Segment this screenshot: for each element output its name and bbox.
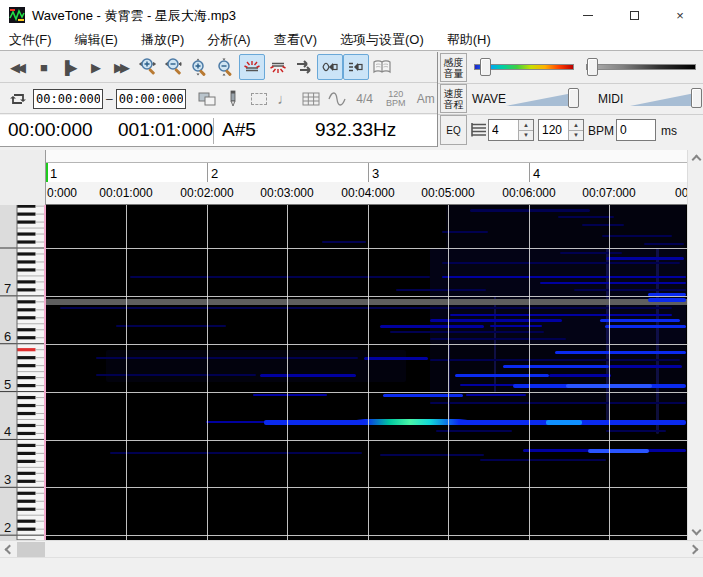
select-region-button[interactable] — [246, 86, 272, 112]
stop-button[interactable]: ■ — [31, 54, 57, 80]
bpm-down-icon[interactable]: ▼ — [569, 131, 583, 141]
midi-volume-thumb[interactable] — [691, 88, 702, 108]
tab-speed-pitch[interactable]: 速度 音程 — [440, 84, 467, 113]
attack-marks-alt-button[interactable] — [265, 54, 291, 80]
meter-label: 4/4 — [356, 92, 373, 106]
horizontal-scrollbar[interactable] — [0, 540, 703, 557]
scroll-left-button[interactable] — [0, 541, 16, 558]
split-view-button[interactable] — [194, 86, 220, 112]
step-play-button[interactable]: ▐▶ — [57, 54, 83, 80]
wave-icon — [328, 92, 346, 106]
menu-view[interactable]: 查看(V) — [274, 31, 317, 49]
beats-spinner[interactable]: ▲▼ — [488, 119, 534, 141]
grid-icon — [302, 92, 320, 106]
pen-icon — [228, 90, 238, 108]
menu-help[interactable]: 帮助(H) — [447, 31, 491, 49]
rewind-button[interactable]: ◀◀ — [5, 54, 31, 80]
maximize-button[interactable] — [611, 0, 657, 30]
help-book-button[interactable] — [369, 54, 395, 80]
beatgrid-icon — [470, 122, 488, 138]
key-label: Am — [417, 92, 435, 106]
spectrogram-energy — [574, 289, 686, 291]
chevron-left-icon — [5, 545, 15, 555]
forward-button[interactable]: ▶▶ — [109, 54, 135, 80]
menu-edit[interactable]: 编辑(E) — [75, 31, 118, 49]
volume-slider-thumb[interactable] — [587, 58, 598, 76]
horizontal-scroll-thumb[interactable] — [17, 542, 45, 557]
attack-down-icon — [269, 59, 287, 75]
tab-label: 音量 — [441, 68, 466, 79]
timeline-ruler[interactable]: 1234 0:00000:01:00000:02:00000:03:00000:… — [0, 150, 687, 205]
time-row[interactable]: 0:00000:01:00000:02:00000:03:00000:04:00… — [46, 182, 687, 204]
zoom-in-horizontal-button[interactable] — [135, 54, 161, 80]
spectrogram-energy — [264, 420, 686, 425]
ruler-corner — [0, 150, 46, 205]
wave-audio-button[interactable] — [317, 54, 343, 80]
waveform-button[interactable] — [324, 86, 350, 112]
zoom-in-v-icon — [190, 57, 210, 77]
measure-label: 2 — [211, 166, 218, 181]
beats-input[interactable] — [489, 120, 515, 140]
svg-text:6: 6 — [4, 329, 11, 344]
loop-start-input[interactable] — [33, 89, 103, 109]
piano-keyboard[interactable]: 765432 — [0, 205, 46, 540]
svg-text:5: 5 — [4, 377, 11, 392]
spectrogram-energy — [480, 459, 606, 461]
close-button[interactable]: × — [657, 0, 703, 30]
grid-line-horizontal — [46, 535, 687, 536]
loop-range-dash: – — [106, 92, 113, 106]
pen-tool-button[interactable] — [220, 86, 246, 112]
tab-eq[interactable]: EQ — [440, 115, 467, 145]
zoom-out-vertical-button[interactable] — [213, 54, 239, 80]
note-grid-button[interactable] — [298, 86, 324, 112]
grid-line-horizontal — [46, 344, 687, 345]
tab-sensitivity-volume[interactable]: 感度 音量 — [440, 53, 467, 82]
minimize-button[interactable] — [565, 0, 611, 30]
meter-indicator[interactable]: 4/4 — [350, 86, 380, 112]
bpm-spinner[interactable]: ▲▼ — [538, 119, 584, 141]
sensitivity-slider-thumb[interactable] — [480, 58, 491, 76]
midi-volume-ramp[interactable] — [630, 92, 700, 106]
midi-audio-button[interactable] — [343, 54, 369, 80]
offset-unit-label: ms — [661, 124, 677, 138]
loop-end-input[interactable] — [116, 89, 186, 109]
scroll-down-button[interactable] — [688, 524, 703, 540]
wave-volume-thumb[interactable] — [568, 88, 579, 108]
key-indicator[interactable]: Am — [412, 86, 440, 112]
svg-text:2: 2 — [4, 520, 11, 535]
spectrogram-energy — [470, 209, 590, 212]
menu-analyze[interactable]: 分析(A) — [207, 31, 250, 49]
spectrogram-energy — [260, 374, 356, 377]
play-button[interactable]: ▶ — [83, 54, 109, 80]
beats-down-icon[interactable]: ▼ — [519, 131, 533, 141]
scroll-up-button[interactable] — [688, 150, 703, 166]
loop-button[interactable] — [5, 86, 31, 112]
midi-label: MIDI — [598, 92, 623, 106]
offset-input[interactable] — [617, 120, 655, 140]
beats-up-icon[interactable]: ▲ — [519, 120, 533, 131]
bpm-up-icon[interactable]: ▲ — [569, 120, 583, 131]
playhead-cursor[interactable] — [46, 163, 48, 183]
grid-line-horizontal — [46, 248, 687, 249]
zoom-out-horizontal-button[interactable] — [161, 54, 187, 80]
menu-play[interactable]: 播放(P) — [141, 31, 184, 49]
volume-slider-track[interactable] — [586, 64, 696, 70]
spectrogram[interactable] — [46, 205, 687, 540]
vertical-scrollbar[interactable] — [687, 150, 703, 540]
attack-marks-button[interactable] — [239, 54, 265, 80]
measure-label: 1 — [50, 166, 57, 181]
tab-label: 速度 — [441, 88, 466, 99]
follow-playback-button[interactable] — [291, 54, 317, 80]
spectrogram-energy — [609, 365, 682, 368]
tempo-indicator[interactable]: 120 BPM — [380, 86, 412, 112]
scroll-right-button[interactable] — [687, 541, 703, 558]
measure-row[interactable]: 1234 — [46, 162, 687, 182]
svg-text:3: 3 — [4, 472, 11, 487]
spectrogram-energy — [253, 394, 327, 396]
spectrogram-energy — [549, 374, 611, 377]
menu-options[interactable]: 选项与设置(O) — [340, 31, 424, 49]
bpm-input[interactable] — [539, 120, 565, 140]
zoom-in-vertical-button[interactable] — [187, 54, 213, 80]
note-input-button[interactable]: ♩ — [272, 86, 298, 112]
menu-file[interactable]: 文件(F) — [9, 31, 52, 49]
